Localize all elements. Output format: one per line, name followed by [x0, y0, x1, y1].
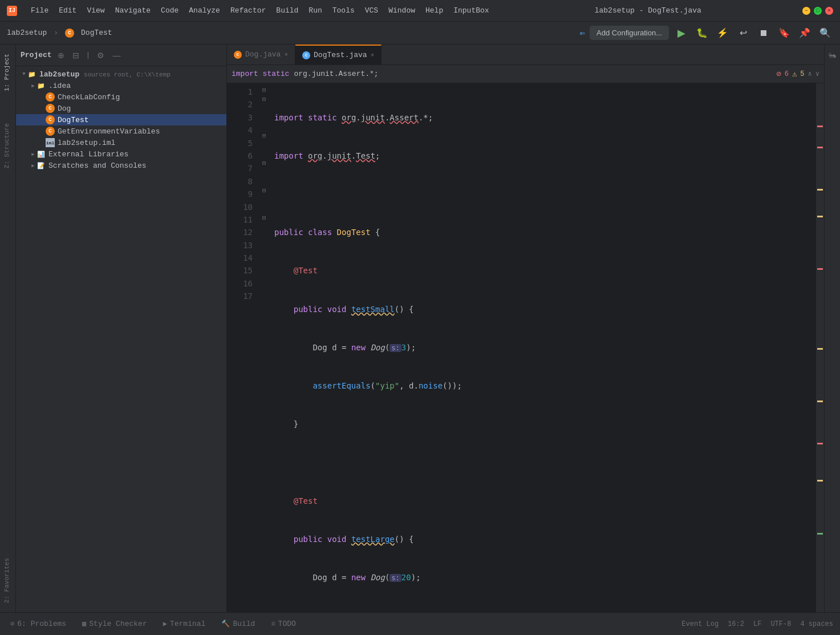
terminal-tab[interactable]: ▶ Terminal	[160, 617, 209, 630]
tree-scratches[interactable]: ▶ 📝 Scratches and Consoles	[16, 160, 226, 171]
marker-yellow-1	[817, 189, 823, 191]
marker-green-1	[817, 533, 823, 535]
tree-idea[interactable]: ▶ 📁 .idea	[16, 80, 226, 91]
line-num-11: 11	[227, 213, 253, 226]
no-toggle	[39, 94, 46, 100]
code-editor[interactable]: 1 2 3 4 5 6 7 8 9 10 11 12 13 14 15 16 1…	[227, 83, 824, 612]
todo-tab[interactable]: ≡ TODO	[267, 617, 299, 630]
editor-breadcrumb: import static	[232, 70, 289, 78]
dog-icon: C	[46, 104, 55, 113]
code-line-1: import static org.junit.Assert.*;	[274, 111, 811, 124]
navigation-icon: ⇐	[579, 27, 585, 39]
main-content: 1: Project Z: Structure 2: Favorites Pro…	[0, 45, 840, 612]
menu-edit[interactable]: Edit	[54, 4, 81, 17]
breadcrumb-file[interactable]: DogTest	[81, 29, 112, 37]
dogtest-toggle	[39, 116, 46, 123]
coverage-button[interactable]: ⚡	[715, 25, 731, 41]
tree-dogtest[interactable]: C DogTest	[16, 114, 226, 126]
tab-dogtest-close[interactable]: ×	[371, 52, 375, 59]
menu-view[interactable]: View	[82, 4, 109, 17]
marker-yellow-4	[817, 401, 823, 402]
idea-toggle: ▶	[30, 82, 36, 89]
marker-yellow-5	[817, 480, 823, 482]
minimize-button[interactable]: −	[802, 7, 810, 15]
build-tab[interactable]: 🔨 Build	[218, 617, 258, 630]
sidebar-item-structure[interactable]: Z: Structure	[0, 119, 15, 173]
checklabconfig-label: CheckLabConfig	[58, 93, 120, 102]
code-content[interactable]: import static org.junit.Assert.*; import…	[270, 83, 816, 612]
scratch-icon: 📝	[36, 161, 46, 170]
line-num-3: 3	[227, 111, 253, 124]
code-line-4: public class DogTest {	[274, 226, 811, 238]
menu-vcs[interactable]: VCS	[360, 4, 383, 17]
style-checker-tab[interactable]: ▦ Style Checker	[79, 617, 151, 630]
search-everywhere-button[interactable]: 🔍	[817, 25, 833, 41]
line-num-8: 8	[227, 175, 253, 188]
sidebar-item-project[interactable]: 1: Project	[0, 49, 15, 96]
maximize-button[interactable]: □	[814, 7, 822, 15]
breadcrumb-project[interactable]: lab2setup	[7, 29, 47, 37]
line-separator[interactable]: LF	[753, 620, 761, 628]
indent-setting[interactable]: 4 spaces	[800, 620, 833, 628]
menu-analyze[interactable]: Analyze	[184, 4, 225, 17]
ant-icon[interactable]: 🐜	[826, 49, 839, 62]
sidebar-item-favorites[interactable]: 2: Favorites	[0, 553, 15, 608]
tab-dog-label: Dog.java	[245, 50, 281, 59]
gutter-2: ⊟	[258, 95, 270, 104]
hide-panel-button[interactable]: —	[110, 50, 123, 61]
encoding[interactable]: UTF-8	[770, 620, 791, 628]
menu-inputbox[interactable]: InputBox	[449, 4, 493, 17]
collapse-all-button[interactable]: ⊟	[70, 50, 82, 61]
iml-toggle	[39, 139, 46, 146]
scroll-bar-right[interactable]	[816, 83, 824, 612]
menu-run[interactable]: Run	[304, 4, 326, 17]
menu-help[interactable]: Help	[421, 4, 448, 17]
menu-navigate[interactable]: Navigate	[111, 4, 155, 17]
stop-button[interactable]: ⏹	[756, 25, 772, 41]
tree-ext-libs[interactable]: ▶ 📊 External Libraries	[16, 148, 226, 160]
problems-tab[interactable]: ⊘ 6: Problems	[7, 617, 70, 630]
pin-button[interactable]: 📌	[797, 25, 813, 41]
tree-checklabconfig[interactable]: C CheckLabConfig	[16, 91, 226, 103]
dog-toggle	[39, 105, 46, 112]
gutter-15: ⊟	[258, 213, 270, 223]
add-configuration-button[interactable]: Add Configuration...	[590, 26, 669, 40]
event-log-button[interactable]: Event Log	[681, 620, 719, 628]
editor-breadcrumb2: org.junit.Assert.*;	[294, 70, 378, 78]
tree-getenvironmentvariables[interactable]: C GetEnvironmentVariables	[16, 126, 226, 137]
menu-refactor[interactable]: Refactor	[226, 4, 270, 17]
tree-iml[interactable]: iml lab2setup.iml	[16, 137, 226, 148]
marker-red-2	[817, 147, 823, 148]
menu-build[interactable]: Build	[271, 4, 303, 17]
profile-button[interactable]: ↩	[735, 25, 751, 41]
close-button[interactable]: ×	[825, 7, 833, 15]
tab-dog[interactable]: C Dog.java ×	[227, 45, 295, 64]
run-button[interactable]: ▶	[673, 25, 689, 41]
tab-dogtest-label: DogTest.java	[314, 51, 367, 59]
code-line-5: @Test	[274, 264, 811, 277]
line-num-14: 14	[227, 252, 253, 264]
settings-button[interactable]: ⚙	[95, 50, 107, 61]
window-controls: − □ ×	[802, 7, 833, 15]
toolbar-separator: |	[86, 51, 91, 59]
tab-dogtest[interactable]: C DogTest.java ×	[295, 45, 382, 64]
menu-code[interactable]: Code	[156, 4, 183, 17]
build-icon: 🔨	[221, 620, 230, 628]
getenv-icon: C	[46, 127, 55, 136]
cursor-position[interactable]: 16:2	[728, 620, 744, 628]
debug-button[interactable]: 🐛	[694, 25, 710, 41]
scratches-label: Scratches and Consoles	[48, 161, 147, 170]
tab-dog-close[interactable]: ×	[284, 51, 288, 58]
line-num-17: 17	[227, 290, 253, 302]
menu-window[interactable]: Window	[384, 4, 420, 17]
code-line-6: public void testSmall() {	[274, 303, 811, 316]
menu-tools[interactable]: Tools	[328, 4, 359, 17]
root-label: lab2setup sources root, C:\X\temp	[39, 70, 171, 79]
project-tree: ▼ 📁 lab2setup sources root, C:\X\temp ▶ …	[16, 66, 226, 612]
tree-root[interactable]: ▼ 📁 lab2setup sources root, C:\X\temp	[16, 68, 226, 80]
bookmark-button[interactable]: 🔖	[776, 25, 792, 41]
new-file-button[interactable]: ⊕	[55, 50, 67, 61]
tree-dog[interactable]: C Dog	[16, 103, 226, 114]
menu-file[interactable]: File	[26, 4, 53, 17]
extlibs-toggle: ▶	[30, 151, 36, 157]
